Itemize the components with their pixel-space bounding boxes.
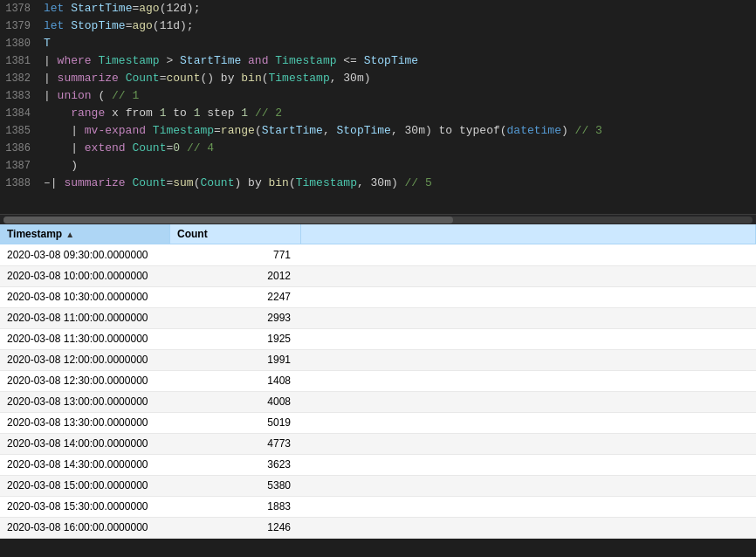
table-row[interactable]: 2020-03-08 10:00:00.00000002012 — [0, 265, 756, 286]
line-number: 1385 — [0, 123, 39, 140]
extra-cell — [301, 349, 756, 370]
count-cell: 4008 — [170, 391, 301, 412]
token-kw-blue: datetime — [507, 124, 561, 137]
token-ident-var: StartTime — [262, 124, 323, 137]
timestamp-cell: 2020-03-08 12:30:00.0000000 — [0, 370, 170, 391]
table-row[interactable]: 2020-03-08 15:30:00.00000001883 — [0, 496, 756, 517]
extra-cell — [301, 433, 756, 454]
token-op: ) by — [234, 176, 268, 189]
token-fn-call: range — [221, 124, 255, 137]
timestamp-cell: 2020-03-08 14:00:00.0000000 — [0, 433, 170, 454]
table-row[interactable]: 2020-03-08 14:00:00.00000004773 — [0, 433, 756, 454]
scrollbar-track[interactable] — [3, 217, 753, 223]
count-cell: 1883 — [170, 496, 301, 517]
table-row[interactable]: 2020-03-08 15:00:00.00000005380 — [0, 475, 756, 496]
line-content: | extend Count=0 // 4 — [39, 140, 756, 156]
table-row[interactable]: 2020-03-08 11:30:00.00000001925 — [0, 328, 756, 349]
col-header-extra[interactable] — [301, 224, 756, 244]
count-cell: 3623 — [170, 454, 301, 475]
col-header-Timestamp[interactable]: Timestamp ▲ — [0, 224, 170, 244]
timestamp-cell: 2020-03-08 10:30:00.0000000 — [0, 286, 170, 307]
token-ident-count: Count — [132, 141, 166, 155]
timestamp-cell: 2020-03-08 09:30:00.0000000 — [0, 244, 170, 265]
token-ident-var: StopTime — [71, 19, 125, 32]
count-cell: 1246 — [170, 517, 301, 538]
results-header: Timestamp ▲Count — [0, 224, 756, 244]
code-line: 1380T — [0, 35, 756, 52]
token-ident-ts: Timestamp — [98, 54, 159, 67]
token-op: step — [200, 107, 241, 120]
count-cell: 1925 — [170, 328, 301, 349]
token-ident-ts: Timestamp — [153, 124, 214, 137]
timestamp-cell: 2020-03-08 11:30:00.0000000 — [0, 328, 170, 349]
line-content: | where Timestamp > StartTime and Timest… — [39, 52, 756, 69]
table-row[interactable]: 2020-03-08 10:30:00.00000002247 — [0, 286, 756, 307]
count-cell: 2012 — [170, 265, 301, 286]
token-op: , — [323, 124, 337, 137]
token-op — [180, 141, 187, 155]
line-number: 1387 — [0, 158, 39, 175]
token-ident-ts: Timestamp — [269, 72, 330, 85]
count-cell: 1991 — [170, 349, 301, 370]
token-comment: // 1 — [112, 89, 139, 102]
code-line: 1379let StopTime=ago(11d); — [0, 17, 756, 35]
token-op: x from — [112, 107, 160, 120]
token-op: = — [214, 124, 221, 137]
code-line: 1386 | extend Count=0 // 4 — [0, 140, 756, 157]
token-kw-let: let — [44, 19, 71, 32]
editor-area[interactable]: 1378let StartTime=ago(12d);1379let StopT… — [0, 0, 756, 214]
code-line: 1385 | mv-expand Timestamp=range(StartTi… — [0, 122, 756, 140]
token-op: ) — [561, 124, 575, 137]
line-number: 1378 — [0, 1, 39, 17]
scrollbar-thumb — [3, 217, 453, 223]
count-cell: 2993 — [170, 307, 301, 328]
scrollbar-area[interactable] — [0, 214, 756, 224]
token-comment: // 3 — [575, 124, 602, 137]
results-table: 2020-03-08 09:30:00.00000007712020-03-08… — [0, 244, 756, 539]
line-content: –| summarize Count=sum(Count) by bin(Tim… — [39, 175, 756, 191]
table-row[interactable]: 2020-03-08 12:00:00.00000001991 — [0, 349, 756, 370]
line-number: 1380 — [0, 36, 39, 52]
token-pipe: | — [44, 54, 58, 67]
table-row[interactable]: 2020-03-08 11:00:00.00000002993 — [0, 307, 756, 328]
line-number: 1384 — [0, 106, 39, 122]
extra-cell — [301, 265, 756, 286]
token-fn-call: count — [166, 72, 200, 85]
count-cell: 771 — [170, 244, 301, 265]
extra-cell — [301, 370, 756, 391]
table-row[interactable]: 2020-03-08 16:00:00.00000001246 — [0, 517, 756, 538]
token-kw-range: range — [71, 107, 112, 120]
token-num: 0 — [173, 141, 180, 155]
table-row[interactable]: 2020-03-08 12:30:00.00000001408 — [0, 370, 756, 391]
count-cell: 1408 — [170, 370, 301, 391]
line-content: T — [39, 35, 756, 52]
token-op: ( — [289, 176, 296, 189]
token-comment: // 2 — [255, 107, 282, 120]
line-content: | union ( // 1 — [39, 87, 756, 104]
token-comment: // 5 — [405, 176, 432, 189]
token-fn-call: bin — [241, 72, 261, 85]
code-line: 1381| where Timestamp > StartTime and Ti… — [0, 52, 756, 70]
timestamp-cell: 2020-03-08 15:30:00.0000000 — [0, 496, 170, 517]
col-label: Count — [177, 228, 208, 240]
count-cell: 5019 — [170, 412, 301, 433]
col-header-Count[interactable]: Count — [170, 224, 301, 244]
token-kw-where: and — [241, 54, 275, 67]
token-ident-count: Count — [132, 176, 166, 189]
token-ident-ts: Timestamp — [296, 176, 357, 189]
token-pipe: | — [44, 124, 85, 137]
token-op: ( — [255, 124, 262, 137]
sort-arrow-icon: ▲ — [65, 230, 74, 239]
token-op — [44, 107, 71, 120]
extra-cell — [301, 391, 756, 412]
line-number: 1383 — [0, 88, 39, 105]
extra-cell — [301, 412, 756, 433]
line-content: | summarize Count=count() by bin(Timesta… — [39, 70, 756, 86]
table-row[interactable]: 2020-03-08 14:30:00.00000003623 — [0, 454, 756, 475]
count-cell: 5380 — [170, 475, 301, 496]
timestamp-cell: 2020-03-08 11:00:00.0000000 — [0, 307, 170, 328]
table-row[interactable]: 2020-03-08 13:30:00.00000005019 — [0, 412, 756, 433]
table-row[interactable]: 2020-03-08 09:30:00.0000000771 — [0, 244, 756, 265]
token-op: , 30m) — [330, 72, 371, 85]
table-row[interactable]: 2020-03-08 13:00:00.00000004008 — [0, 391, 756, 412]
